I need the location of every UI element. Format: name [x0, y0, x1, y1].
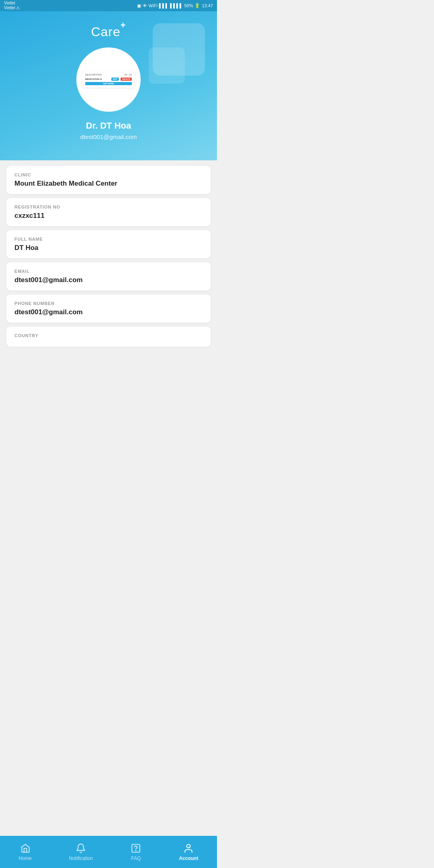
vibrate-icon: ▣: [137, 3, 141, 8]
signal-icon: ▌▌▌: [159, 3, 168, 8]
registration-label: REGISTRATION NO: [14, 205, 203, 209]
clinic-value: Mount Elizabeth Medical Center: [14, 180, 203, 188]
app-logo: Care+: [91, 23, 126, 39]
registration-value: cxzxc111: [14, 212, 203, 220]
clinic-card: CLINIC Mount Elizabeth Medical Center: [6, 166, 211, 194]
status-bar: Viettel Viettel ⚠ ▣ 👁 WiFi ▌▌▌ ▌▌▌▌ 50% …: [0, 0, 217, 11]
edit-btn[interactable]: EDIT: [111, 78, 119, 81]
phone-value: dtest001@gmail.com: [14, 308, 203, 316]
time-display: 13:47: [202, 3, 213, 8]
email-value: dtest001@gmail.com: [14, 276, 203, 284]
email-card: EMAIL dtest001@gmail.com: [6, 262, 211, 291]
fullname-card: FULL NAME DT Hoa: [6, 230, 211, 258]
delete-btn[interactable]: DELETE: [121, 78, 132, 81]
avatar: DESCRIPTION 01 / 15 MEDICATION #1 EDIT D…: [76, 47, 141, 112]
country-label: COUNTRY: [14, 333, 203, 338]
carrier-info: Viettel Viettel ⚠: [4, 1, 20, 10]
phone-label: PHONE NUMBER: [14, 301, 203, 306]
signal2-icon: ▌▌▌▌: [170, 3, 182, 8]
battery-text: 50%: [184, 3, 193, 8]
country-card: COUNTRY: [6, 327, 211, 347]
mini-prescription-card: DESCRIPTION 01 / 15 MEDICATION #1 EDIT D…: [82, 71, 135, 88]
phone-card: PHONE NUMBER dtest001@gmail.com: [6, 295, 211, 323]
email-label: EMAIL: [14, 269, 203, 274]
registration-card: REGISTRATION NO cxzxc111: [6, 198, 211, 226]
wifi-icon: WiFi: [149, 3, 158, 8]
hero-section: Care+ DESCRIPTION 01 / 15 MEDICATION #1 …: [0, 11, 217, 160]
system-status: ▣ 👁 WiFi ▌▌▌ ▌▌▌▌ 50% 🔋 13:47: [137, 3, 213, 8]
fullname-label: FULL NAME: [14, 237, 203, 242]
info-cards-section: CLINIC Mount Elizabeth Medical Center RE…: [0, 160, 217, 387]
fullname-value: DT Hoa: [14, 244, 203, 252]
eye-icon: 👁: [143, 3, 147, 8]
clinic-label: CLINIC: [14, 172, 203, 177]
doctor-email: dtest001@gmail.com: [80, 133, 137, 140]
doctor-name: Dr. DT Hoa: [86, 121, 131, 131]
add-more-btn[interactable]: ADD MORE: [85, 82, 132, 85]
battery-icon: 🔋: [194, 3, 200, 8]
